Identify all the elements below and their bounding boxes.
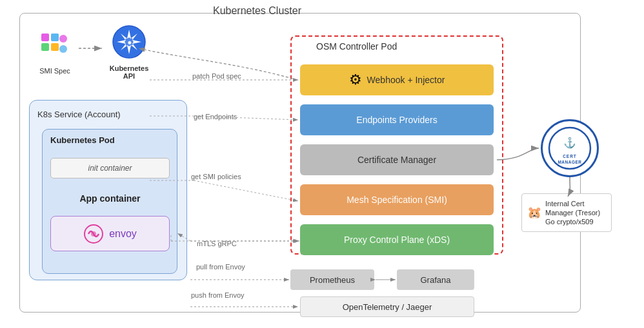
gopher-icon: 🐹 [527,206,541,220]
svg-text:CERT: CERT [563,154,577,159]
envoy-label: envoy [109,228,137,240]
cert-manager-circle: ⚓ CERT MANAGER [541,119,599,177]
prometheus-box: Prometheus [290,269,374,290]
init-label: init container [88,164,132,173]
internal-cert-label: Internal Cert Manager (Tresor) Go crypto… [545,199,606,227]
k8s-api-label1: Kubernetes [103,64,155,72]
endpoints-label: Endpoints Providers [356,115,437,125]
grafana-box: Grafana [397,269,474,290]
mesh-spec-block: Mesh Specification (SMI) [300,184,494,215]
pull-label: pull from Envoy [196,263,245,271]
otel-label: OpenTelemetry / Jaeger [343,302,432,312]
svg-text:⚓: ⚓ [563,137,576,149]
app-label: App container [79,193,140,204]
endpoints-block: Endpoints Providers [300,104,494,135]
svg-point-18 [91,231,96,236]
grafana-label: Grafana [421,275,451,285]
push-label: push from Envoy [191,291,245,299]
cert-circle-icon: ⚓ CERT MANAGER [547,126,592,171]
k8s-pod-title: Kubernetes Pod [50,135,115,145]
smi-icon [40,32,70,62]
diagram-container: Kubernetes Cluster SMI Spec ⎈ Kuberne [0,0,644,328]
webhook-label: Webhook + Injector [367,75,445,85]
svg-rect-0 [41,34,49,41]
svg-rect-3 [51,43,59,51]
patch-pod-spec-label: patch Pod spec [192,72,241,80]
envoy-box: envoy [50,216,170,251]
proxy-control-block: Proxy Control Plane (xDS) [300,224,494,255]
proxy-control-label: Proxy Control Plane (xDS) [344,235,450,245]
envoy-icon [83,224,104,244]
svg-point-4 [59,35,67,43]
cert-manager-label: Certificate Manager [357,155,436,165]
osm-title: OSM Controller Pod [316,41,397,52]
webhook-block: ⚙ Webhook + Injector [300,64,494,95]
cluster-title: Kubernetes Cluster [213,5,301,17]
smi-spec: SMI Spec [32,32,77,75]
k8s-api: ⎈ Kubernetes API [103,24,155,80]
smi-label: SMI Spec [32,67,77,75]
k8s-icon: ⎈ [112,24,146,59]
svg-rect-1 [51,34,59,41]
cert-manager-block: Certificate Manager [300,144,494,175]
k8s-service-title: K8s Service (Account) [37,110,121,119]
webhook-icon: ⚙ [349,72,362,88]
svg-rect-2 [41,43,49,51]
mtls-label: mTLS gRPC [197,240,237,247]
svg-text:MANAGER: MANAGER [558,160,581,164]
get-endpoints-label: get Endpoints [194,113,237,121]
svg-point-5 [59,45,67,53]
prometheus-label: Prometheus [310,275,355,285]
k8s-api-label2: API [103,72,155,80]
otel-box: OpenTelemetry / Jaeger [300,296,474,317]
internal-cert-box: 🐹 Internal Cert Manager (Tresor) Go cryp… [521,193,612,232]
get-smi-label: get SMI policies [191,173,241,180]
app-container: App container [50,188,170,209]
init-container: init container [50,158,170,178]
mesh-spec-label: Mesh Specification (SMI) [347,195,447,205]
